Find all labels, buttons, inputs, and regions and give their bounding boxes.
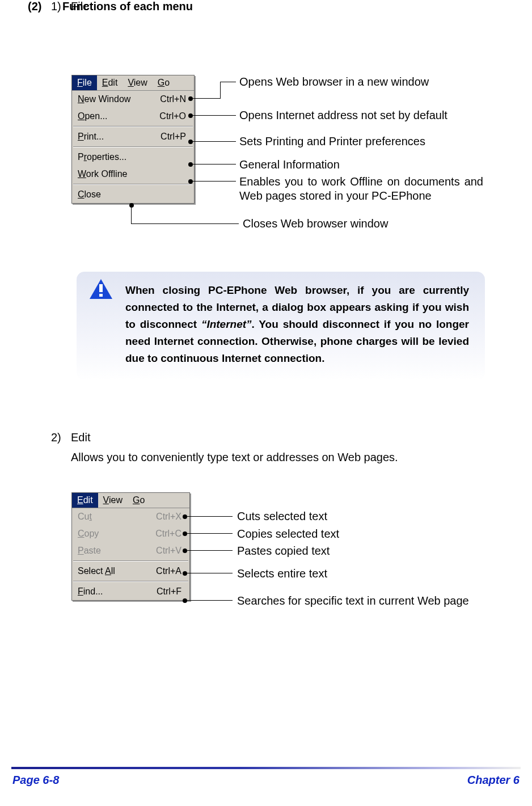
- file-close[interactable]: Close: [72, 186, 194, 203]
- callout-dot: [188, 113, 193, 118]
- menu-separator: [73, 146, 193, 147]
- section-number: (2): [28, 0, 41, 13]
- file-print[interactable]: Print...Ctrl+P: [72, 128, 194, 145]
- file-properties[interactable]: Properties...: [72, 149, 194, 166]
- edit-find[interactable]: Find...Ctrl+F: [72, 583, 189, 600]
- leader-line: [187, 516, 233, 517]
- edit-find-desc: Searches for specific text in current We…: [237, 594, 469, 607]
- leader-line: [187, 600, 233, 601]
- callout-dot: [188, 162, 193, 167]
- edit-dropdown: CutCtrl+X CopyCtrl+C PasteCtrl+V Select …: [72, 508, 189, 600]
- file-work-offline[interactable]: Work Offline: [72, 166, 194, 183]
- edit-copy-desc: Copies selected text: [237, 528, 339, 541]
- callout-dot: [129, 203, 134, 208]
- menubar-edit[interactable]: Edit: [97, 75, 123, 90]
- leader-line: [187, 533, 233, 534]
- svg-rect-2: [99, 294, 103, 297]
- callout-dot: [188, 140, 193, 144]
- edit-menu-screenshot: Edit View Go CutCtrl+X CopyCtrl+C PasteC…: [71, 492, 190, 601]
- menubar-go[interactable]: Go: [128, 493, 150, 508]
- file-menu-screenshot: File Edit View Go New WindowCtrl+N Open.…: [71, 75, 195, 204]
- leader-line: [220, 82, 221, 99]
- callout-dot: [183, 531, 187, 536]
- subsection-1-num: 1): [51, 0, 61, 13]
- leader-line: [187, 573, 233, 573]
- leader-line: [193, 181, 236, 182]
- chapter-label: Chapter 6: [467, 774, 520, 787]
- leader-line: [193, 141, 236, 142]
- edit-paste[interactable]: PasteCtrl+V: [72, 542, 189, 559]
- callout-dot: [183, 514, 187, 519]
- leader-line: [131, 223, 239, 224]
- menu-separator: [73, 560, 188, 562]
- menubar: File Edit View Go: [72, 75, 194, 90]
- file-open[interactable]: Open...Ctrl+O: [72, 108, 194, 125]
- leader-line: [193, 164, 236, 164]
- file-new-window-desc: Opens Web browser in a new window: [239, 75, 429, 88]
- menubar-edit[interactable]: Edit: [72, 493, 98, 508]
- edit-cut-desc: Cuts selected text: [237, 510, 327, 523]
- file-properties-desc: General Information: [239, 158, 340, 171]
- footer-rule: [11, 767, 521, 769]
- callout-dot: [183, 548, 187, 553]
- subsection-2-title: Edit: [71, 431, 90, 444]
- warning-icon: [89, 278, 113, 300]
- callout-dot: [188, 96, 193, 101]
- file-open-desc: Opens Internet address not set by defaul…: [239, 109, 447, 122]
- leader-line: [220, 82, 236, 82]
- file-offline-desc: Enables you to work Offline on documents…: [239, 175, 483, 203]
- menubar-view[interactable]: View: [123, 75, 152, 90]
- leader-line: [187, 550, 233, 551]
- callout-dot: [183, 598, 187, 603]
- warning-callout: When closing PC-EPhone Web browser, if y…: [77, 272, 485, 381]
- leader-line: [193, 115, 236, 116]
- edit-cut[interactable]: CutCtrl+X: [72, 508, 189, 525]
- svg-rect-1: [99, 284, 103, 292]
- menubar-go[interactable]: Go: [153, 75, 175, 90]
- leader-line: [131, 208, 132, 223]
- subsection-1-title: File: [71, 0, 89, 13]
- file-dropdown: New WindowCtrl+N Open...Ctrl+O Print...C…: [72, 90, 194, 203]
- menubar-file[interactable]: File: [72, 75, 97, 90]
- callout-dot: [183, 571, 187, 576]
- edit-copy[interactable]: CopyCtrl+C: [72, 525, 189, 542]
- menubar-view[interactable]: View: [98, 493, 128, 508]
- edit-selectall-desc: Selects entire text: [237, 567, 327, 580]
- page-number: Page 6-8: [12, 774, 59, 787]
- file-print-desc: Sets Printing and Printer preferences: [239, 135, 425, 148]
- edit-select-all[interactable]: Select AllCtrl+A: [72, 563, 189, 580]
- file-close-desc: Closes Web browser window: [243, 217, 388, 230]
- leader-line: [193, 98, 220, 99]
- subsection-2-num: 2): [51, 431, 61, 444]
- menu-separator: [73, 184, 193, 185]
- warning-text: When closing PC-EPhone Web browser, if y…: [125, 282, 469, 367]
- subsection-2-desc: Allows you to conveniently type text or …: [71, 451, 398, 464]
- edit-paste-desc: Pastes copied text: [237, 545, 330, 558]
- callout-dot: [188, 179, 193, 184]
- menu-separator: [73, 581, 188, 582]
- menu-separator: [73, 126, 193, 127]
- file-new-window[interactable]: New WindowCtrl+N: [72, 91, 194, 108]
- menubar: Edit View Go: [72, 493, 189, 508]
